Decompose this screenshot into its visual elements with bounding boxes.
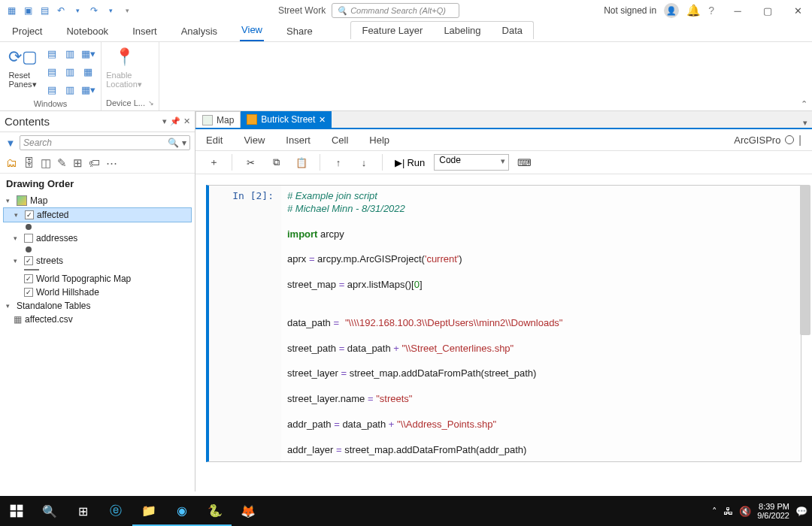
ctab-data[interactable]: Data [492,22,533,39]
add-cell-button[interactable]: ＋ [203,153,224,171]
pane-btn-5[interactable]: ▥ [62,63,78,80]
pane-btn-3[interactable]: ▦▾ [80,45,96,62]
ctab-feature-layer[interactable]: Feature Layer [351,22,433,39]
pane-btn-2[interactable]: ▥ [62,45,78,62]
open-project-icon[interactable]: ▣ [21,4,35,17]
list-by-editing-icon[interactable]: ✎ [57,156,67,170]
sym-addresses[interactable] [3,245,192,254]
redo-icon[interactable]: ↷ [87,4,101,17]
pane-btn-1[interactable]: ▤ [44,45,60,62]
tab-share[interactable]: Share [285,23,314,41]
standalone-tables-node[interactable]: ▾Standalone Tables [3,299,192,313]
minimize-button[interactable]: ─ [728,3,747,18]
undo-icon[interactable]: ↶ [54,4,68,17]
list-by-selection-icon[interactable]: ◫ [41,156,51,170]
checkbox-addresses[interactable] [24,234,33,243]
kernel-status-icon[interactable] [785,135,794,144]
avatar-icon[interactable]: 👤 [664,3,679,18]
run-button[interactable]: ▶|Run [390,157,429,168]
pane-menu-icon[interactable]: ▾ [162,116,167,126]
volume-icon[interactable]: 🔇 [739,506,751,517]
list-by-source-icon[interactable]: 🗄 [23,156,35,170]
tab-close-icon[interactable]: ✕ [319,115,326,125]
pane-btn-4[interactable]: ▤ [44,63,60,80]
redo-dropdown-icon[interactable]: ▾ [104,4,117,17]
layer-whs[interactable]: ▾✓World Hillshade [3,286,192,299]
close-button[interactable]: ✕ [788,3,807,18]
notifications-icon[interactable]: 🔔 [686,4,701,17]
tab-analysis[interactable]: Analysis [180,23,219,41]
nb-menu-cell[interactable]: Cell [332,135,348,146]
filter-icon[interactable]: ▼ [5,138,17,149]
paste-cell-button[interactable]: 📋 [291,153,312,171]
nb-menu-edit[interactable]: Edit [206,135,223,146]
arcgis-button[interactable]: ◉ [165,496,198,526]
pane-btn-9[interactable]: ▦▾ [80,81,96,98]
checkbox-whs[interactable]: ✓ [24,288,33,297]
action-center-icon[interactable]: 💬 [795,506,807,517]
move-up-button[interactable]: ↑ [328,153,349,171]
collapse-ribbon-button[interactable]: ⌃ [801,99,807,109]
reset-panes-button[interactable]: ⟳▢ ResetPanes▾ [5,45,41,98]
notebook-body[interactable]: In [2]: # Example join script # Michael … [195,174,812,491]
ctab-labeling[interactable]: Labeling [433,22,491,39]
help-icon[interactable]: ? [708,5,714,17]
search-menu-icon[interactable]: ▾ [182,138,186,148]
move-down-button[interactable]: ↓ [353,153,374,171]
sym-affected[interactable] [3,222,192,231]
contents-search[interactable]: Search 🔍 ▾ [20,135,190,150]
checkbox-streets[interactable]: ✓ [24,256,33,265]
list-by-snapping-icon[interactable]: ⊞ [73,156,83,170]
doc-tab-map[interactable]: Map [195,111,241,128]
list-by-drawing-icon[interactable]: 🗂 [6,156,17,170]
tab-insert[interactable]: Insert [131,23,159,41]
qat-customize-icon[interactable]: ▾ [120,4,134,17]
cell-type-select[interactable]: Code [434,154,509,171]
group-launcher-icon[interactable]: ↘ [148,99,154,107]
network-icon[interactable]: 🖧 [723,506,733,517]
kernel-menu-icon[interactable]: | [798,134,801,146]
doc-tabs-menu-icon[interactable]: ▾ [798,118,812,128]
layer-wtm[interactable]: ▾✓World Topographic Map [3,272,192,286]
firefox-button[interactable]: 🦊 [232,496,265,526]
signin-label[interactable]: Not signed in [604,5,656,16]
keyboard-icon[interactable]: ⌨ [514,153,535,171]
save-project-icon[interactable]: ▤ [38,4,51,17]
notebook-scrollbar[interactable] [800,185,810,335]
pane-btn-8[interactable]: ▥ [62,81,78,98]
explorer-button[interactable]: 📁 [132,496,165,526]
undo-dropdown-icon[interactable]: ▾ [71,4,84,17]
tab-notebook[interactable]: Notebook [65,23,110,41]
tree-map-node[interactable]: ▾Map [3,194,192,207]
layer-addresses[interactable]: ▾addresses [3,231,192,245]
list-more-icon[interactable]: ⋯ [106,156,117,170]
pane-btn-6[interactable]: ▦ [80,63,96,80]
clock[interactable]: 8:39 PM 9/6/2022 [757,502,789,520]
layer-affected[interactable]: ▾✓affected [3,207,192,222]
pane-close-icon[interactable]: ✕ [183,116,190,126]
start-button[interactable] [0,496,33,526]
ie-button[interactable]: ⓔ [99,496,132,526]
nb-menu-help[interactable]: Help [369,135,389,146]
cell-code[interactable]: # Example join script # Michael Minn - 8… [281,186,801,461]
task-view-button[interactable]: ⊞ [66,496,99,526]
pane-pin-icon[interactable]: 📌 [170,116,180,126]
code-cell[interactable]: In [2]: # Example join script # Michael … [206,185,801,462]
new-project-icon[interactable]: ▦ [5,4,18,17]
pane-btn-7[interactable]: ▤ [44,81,60,98]
command-search[interactable]: 🔍 Command Search (Alt+Q) [332,3,459,18]
python-button[interactable]: 🐍 [198,496,232,526]
nb-menu-view[interactable]: View [244,135,265,146]
tray-overflow-icon[interactable]: ˄ [712,506,717,517]
cut-cell-button[interactable]: ✂ [240,153,261,171]
copy-cell-button[interactable]: ⧉ [265,153,286,171]
nb-menu-insert[interactable]: Insert [286,135,311,146]
list-by-labeling-icon[interactable]: 🏷 [89,156,100,170]
checkbox-affected[interactable]: ✓ [25,210,34,219]
checkbox-wtm[interactable]: ✓ [24,274,33,283]
tab-view[interactable]: View [240,21,264,41]
layer-streets[interactable]: ▾✓streets [3,254,192,268]
search-button[interactable]: 🔍 [33,496,66,526]
table-affected-csv[interactable]: ▦affected.csv [3,313,192,326]
tab-project[interactable]: Project [11,23,44,41]
